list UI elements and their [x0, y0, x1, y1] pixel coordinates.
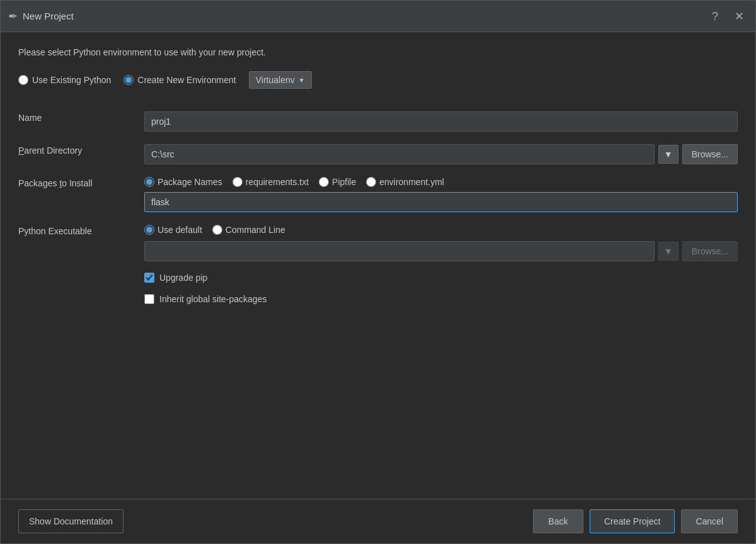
python-exec-options: Use default Command Line ▼ Browse... — [144, 225, 738, 304]
requirements-txt-radio[interactable] — [232, 177, 243, 187]
back-button[interactable]: Back — [533, 509, 583, 533]
create-new-env-option[interactable]: Create New Environment — [123, 75, 236, 85]
upgrade-pip-checkbox[interactable] — [144, 273, 154, 283]
requirements-txt-label: requirements.txt — [246, 177, 309, 187]
upgrade-pip-label: Upgrade pip — [159, 273, 207, 283]
use-existing-python-radio[interactable] — [18, 75, 28, 85]
inherit-site-packages-row[interactable]: Inherit global site-packages — [144, 294, 738, 304]
command-line-radio[interactable] — [212, 225, 222, 235]
create-new-env-label: Create New Environment — [137, 75, 236, 85]
env-selector: Use Existing Python Create New Environme… — [18, 71, 738, 89]
dialog-body: Please select Python environment to use … — [1, 32, 755, 499]
python-exec-control: Use default Command Line ▼ Browse... — [144, 218, 738, 310]
parent-dir-input[interactable] — [144, 144, 655, 164]
parent-dir-input-group: ▼ Browse... — [144, 144, 738, 164]
environment-type-value: Virtualenv — [256, 75, 295, 85]
create-project-button[interactable]: Create Project — [590, 509, 675, 533]
app-icon: ✒ — [8, 9, 18, 23]
env-yml-radio[interactable] — [366, 177, 376, 187]
use-existing-python-option[interactable]: Use Existing Python — [18, 75, 111, 85]
browse-dir-button[interactable]: Browse... — [682, 144, 738, 164]
create-new-env-radio[interactable] — [123, 75, 134, 85]
parent-dir-label: Parent Directory — [18, 138, 144, 171]
dialog-title: New Project — [23, 11, 708, 21]
package-names-label: Package Names — [158, 177, 222, 187]
title-bar: ✒ New Project ? ✕ — [1, 1, 755, 32]
name-input[interactable] — [144, 111, 738, 132]
package-names-radio[interactable] — [144, 177, 154, 187]
python-exec-input[interactable] — [144, 241, 655, 261]
show-documentation-button[interactable]: Show Documentation — [18, 509, 123, 533]
packages-radio-options: Package Names requirements.txt Pipfile — [144, 177, 738, 187]
environment-type-dropdown[interactable]: Virtualenv ▼ — [249, 71, 312, 89]
python-exec-dropdown-btn[interactable]: ▼ — [658, 242, 679, 261]
title-bar-actions: ? ✕ — [708, 9, 748, 23]
command-line-label: Command Line — [226, 225, 285, 235]
env-yml-option[interactable]: environment.yml — [366, 177, 444, 187]
env-yml-label: environment.yml — [379, 177, 444, 187]
dropdown-arrow-icon: ▼ — [299, 77, 305, 84]
new-project-dialog: ✒ New Project ? ✕ Please select Python e… — [0, 0, 756, 544]
dialog-footer: Show Documentation Back Create Project C… — [1, 499, 755, 543]
requirements-txt-option[interactable]: requirements.txt — [232, 177, 309, 187]
dialog-description: Please select Python environment to use … — [18, 47, 738, 57]
name-control — [144, 105, 738, 138]
inherit-site-packages-checkbox[interactable] — [144, 294, 154, 304]
browse-python-button[interactable]: Browse... — [682, 241, 738, 261]
name-label: Name — [18, 105, 144, 138]
close-button[interactable]: ✕ — [731, 9, 748, 23]
packages-options-row: Package Names requirements.txt Pipfile — [144, 177, 738, 212]
pipfile-option[interactable]: Pipfile — [319, 177, 356, 187]
parent-dir-dropdown-btn[interactable]: ▼ — [658, 145, 679, 164]
python-exec-input-group: ▼ Browse... — [144, 241, 738, 261]
cancel-button[interactable]: Cancel — [681, 509, 738, 533]
pipfile-label: Pipfile — [332, 177, 356, 187]
python-exec-radio-row: Use default Command Line — [144, 225, 738, 235]
footer-right: Back Create Project Cancel — [533, 509, 738, 533]
command-line-option[interactable]: Command Line — [212, 225, 285, 235]
package-names-option[interactable]: Package Names — [144, 177, 222, 187]
help-button[interactable]: ? — [708, 9, 722, 23]
python-exec-label: Python Executable — [18, 218, 144, 310]
footer-left: Show Documentation — [18, 509, 533, 533]
use-existing-python-label: Use Existing Python — [32, 75, 111, 85]
upgrade-pip-row[interactable]: Upgrade pip — [144, 273, 738, 283]
parent-dir-control: ▼ Browse... — [144, 138, 738, 171]
form-grid: Name Parent Directory ▼ Browse... Packag… — [18, 105, 738, 310]
packages-label: Packages to Install — [18, 171, 144, 218]
inherit-site-packages-label: Inherit global site-packages — [159, 294, 266, 304]
use-default-label: Use default — [158, 225, 202, 235]
packages-control: Package Names requirements.txt Pipfile — [144, 171, 738, 218]
packages-input[interactable] — [144, 192, 738, 212]
pipfile-radio[interactable] — [319, 177, 329, 187]
use-default-radio[interactable] — [144, 225, 154, 235]
use-default-option[interactable]: Use default — [144, 225, 202, 235]
